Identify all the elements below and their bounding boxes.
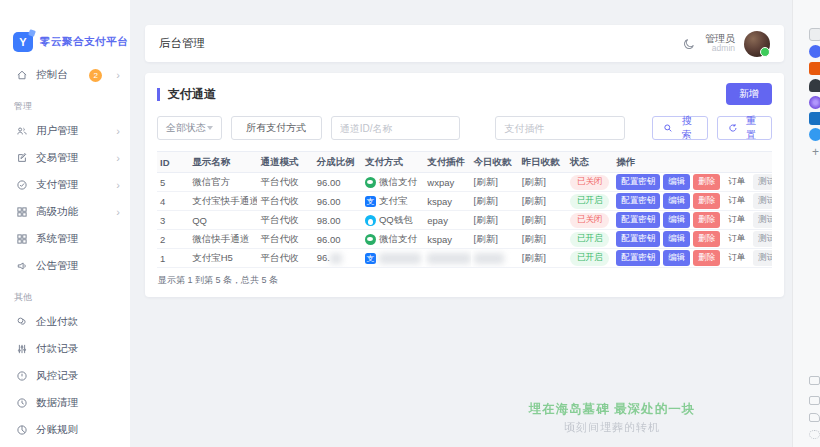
lyric-line-current: 埋在海岛墓碑 最深处的一块 bbox=[482, 401, 742, 418]
sidebar-item-data-cleanup[interactable]: 数据清理 bbox=[0, 394, 130, 412]
sidebar-item-system-management[interactable]: 系统管理 bbox=[0, 230, 130, 248]
test-button[interactable]: 测试 bbox=[753, 231, 772, 247]
search-button[interactable]: 搜索 bbox=[652, 116, 707, 140]
test-button[interactable]: 测试 bbox=[753, 174, 772, 190]
extension-icon-1[interactable] bbox=[809, 28, 820, 41]
orders-button[interactable]: 订单 bbox=[723, 231, 750, 247]
orders-button[interactable]: 订单 bbox=[723, 212, 750, 228]
configure-key-button[interactable]: 配置密钥 bbox=[616, 231, 660, 247]
chevron-right-icon: › bbox=[116, 70, 120, 81]
redacted-blur bbox=[379, 253, 421, 264]
avatar[interactable] bbox=[744, 31, 770, 57]
sidebar-item-advanced-features[interactable]: 高级功能 › bbox=[0, 203, 130, 221]
status-badge: 已关闭 bbox=[570, 213, 610, 228]
sidebar-item-user-management[interactable]: 用户管理 › bbox=[0, 122, 130, 140]
reset-icon bbox=[728, 123, 738, 133]
dock-tool-icon-3[interactable] bbox=[809, 413, 820, 422]
channels-table: ID显示名称 通道模式分成比例 支付方式支付插件 今日收款昨日收款 状态操作 5… bbox=[157, 151, 772, 268]
refresh-yesterday-link[interactable]: [刷新] bbox=[522, 176, 546, 187]
table-row: 1 支付宝H5 平台代收 96. [刷新] 已开启 配置密钥编辑删除订单测试 bbox=[157, 249, 772, 268]
sidebar-item-split-rules[interactable]: 分账规则 bbox=[0, 421, 130, 439]
configure-key-button[interactable]: 配置密钥 bbox=[616, 250, 660, 266]
users-icon bbox=[15, 125, 28, 138]
status-badge: 已开启 bbox=[570, 232, 610, 247]
configure-key-button[interactable]: 配置密钥 bbox=[616, 212, 660, 228]
chevron-right-icon: › bbox=[116, 180, 120, 191]
sidebar-item-enterprise-payment[interactable]: 企业付款 bbox=[0, 313, 130, 331]
table-row: 4 支付宝快手通道 平台代收 96.00 支付宝 kspay [刷新] [刷新]… bbox=[157, 192, 772, 211]
orders-button[interactable]: 订单 bbox=[723, 250, 750, 266]
dock-tool-icon-1[interactable] bbox=[809, 376, 820, 385]
sidebar-item-dashboard[interactable]: 控制台 2 › bbox=[0, 66, 130, 84]
dark-mode-toggle-icon[interactable] bbox=[682, 37, 696, 51]
edit-button[interactable]: 编辑 bbox=[663, 174, 690, 190]
grid-icon bbox=[15, 206, 28, 219]
sidebar-item-transaction-management[interactable]: 交易管理 › bbox=[0, 149, 130, 167]
refresh-today-link[interactable]: [刷新] bbox=[474, 233, 498, 244]
lyric-line-next: 顷刻间埋葬的转机 bbox=[482, 420, 742, 435]
home-icon bbox=[15, 69, 28, 82]
extension-icon-6[interactable] bbox=[809, 112, 820, 125]
clock-icon bbox=[15, 397, 28, 410]
dock-tool-icon-4[interactable] bbox=[809, 430, 820, 439]
brand: Y 零云聚合支付平台 bbox=[0, 0, 130, 52]
edit-button[interactable]: 编辑 bbox=[663, 231, 690, 247]
plugin-input-wrap bbox=[495, 116, 625, 140]
table-row: 3 QQ 平台代收 98.00 QQ钱包 epay [刷新] [刷新] 已关闭 … bbox=[157, 211, 772, 230]
edit-button[interactable]: 编辑 bbox=[663, 212, 690, 228]
status-badge: 已开启 bbox=[570, 251, 610, 266]
configure-key-button[interactable]: 配置密钥 bbox=[616, 174, 660, 190]
alipay-icon bbox=[365, 196, 376, 207]
main-content: 后台管理 管理员 admin 支付通道 新增 全部状态 所有支付方式 bbox=[130, 0, 792, 447]
edit-button[interactable]: 编辑 bbox=[663, 193, 690, 209]
pie-icon bbox=[15, 424, 28, 437]
dock-tool-icon-2[interactable] bbox=[809, 396, 820, 405]
sidebar-item-payment-records[interactable]: 付款记录 bbox=[0, 340, 130, 358]
channel-id-input[interactable] bbox=[340, 123, 452, 134]
delete-button[interactable]: 删除 bbox=[693, 212, 720, 228]
sidebar-section-other: 其他 bbox=[0, 275, 130, 304]
test-button[interactable]: 测试 bbox=[753, 193, 772, 209]
delete-button[interactable]: 删除 bbox=[693, 250, 720, 266]
test-button[interactable]: 测试 bbox=[753, 212, 772, 228]
add-extension-icon[interactable]: + bbox=[809, 146, 820, 159]
refresh-today-link[interactable]: [刷新] bbox=[474, 176, 498, 187]
add-button[interactable]: 新增 bbox=[726, 83, 772, 105]
payment-methods-filter-button[interactable]: 所有支付方式 bbox=[231, 116, 322, 140]
refresh-yesterday-link[interactable]: [刷新] bbox=[522, 252, 546, 263]
refresh-today-link[interactable]: [刷新] bbox=[474, 195, 498, 206]
sidebar-item-risk-records[interactable]: 风控记录 bbox=[0, 367, 130, 385]
extension-icon-5[interactable] bbox=[809, 96, 820, 109]
extension-icon-2[interactable] bbox=[809, 45, 820, 58]
redacted-blur bbox=[427, 253, 470, 264]
brand-title: 零云聚合支付平台 bbox=[40, 35, 128, 49]
wechat-pay-icon bbox=[365, 177, 376, 188]
payment-channels-panel: 支付通道 新增 全部状态 所有支付方式 搜索 重置 bbox=[145, 73, 784, 297]
brand-logo-icon: Y bbox=[13, 32, 33, 52]
sidebar-section-manage: 管理 bbox=[0, 84, 130, 113]
delete-button[interactable]: 删除 bbox=[693, 193, 720, 209]
delete-button[interactable]: 删除 bbox=[693, 174, 720, 190]
alipay-icon bbox=[365, 253, 376, 264]
reset-button[interactable]: 重置 bbox=[717, 116, 772, 140]
user-info[interactable]: 管理员 admin bbox=[705, 33, 735, 54]
status-select[interactable]: 全部状态 bbox=[157, 116, 222, 140]
extension-icon-4[interactable] bbox=[809, 79, 820, 92]
refresh-yesterday-link[interactable]: [刷新] bbox=[522, 214, 546, 225]
sidebar-item-announcement-management[interactable]: 公告管理 bbox=[0, 257, 130, 275]
redacted-blur bbox=[474, 253, 504, 264]
refresh-yesterday-link[interactable]: [刷新] bbox=[522, 195, 546, 206]
sidebar-item-payment-management[interactable]: 支付管理 › bbox=[0, 176, 130, 194]
edit-button[interactable]: 编辑 bbox=[663, 250, 690, 266]
coins-icon bbox=[15, 316, 28, 329]
delete-button[interactable]: 删除 bbox=[693, 231, 720, 247]
refresh-today-link[interactable]: [刷新] bbox=[474, 214, 498, 225]
plugin-input[interactable] bbox=[504, 123, 616, 134]
orders-button[interactable]: 订单 bbox=[723, 193, 750, 209]
refresh-yesterday-link[interactable]: [刷新] bbox=[522, 233, 546, 244]
test-button[interactable]: 测试 bbox=[753, 250, 772, 266]
configure-key-button[interactable]: 配置密钥 bbox=[616, 193, 660, 209]
extension-icon-7[interactable] bbox=[809, 128, 820, 141]
orders-button[interactable]: 订单 bbox=[723, 174, 750, 190]
extension-icon-3[interactable] bbox=[809, 62, 820, 75]
